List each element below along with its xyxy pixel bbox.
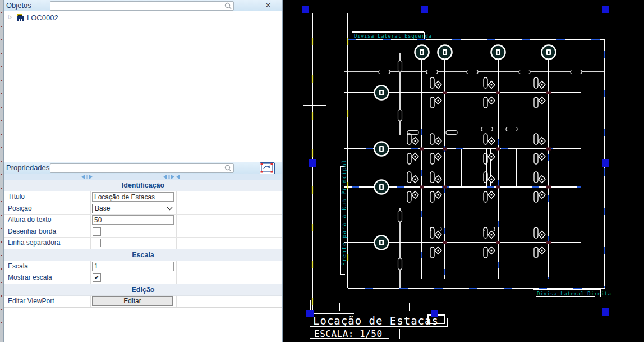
dimension-pills <box>379 61 582 270</box>
property-row-editar-viewport: Editar ViewPort Editar <box>4 296 282 308</box>
property-label: Linha separadora <box>4 238 91 249</box>
selection-handle[interactable] <box>602 308 609 316</box>
viewport-title-text: Locação de Estacas <box>313 314 439 327</box>
section-escala: Escala <box>4 249 282 261</box>
linha-separadora-checkbox[interactable] <box>93 239 101 247</box>
property-label: Altura do texto <box>4 215 91 226</box>
properties-searchbox <box>50 163 234 173</box>
viewport-scale-text: ESCALA: 1/50 <box>314 329 383 339</box>
expander-icon[interactable]: ▷ <box>8 14 12 20</box>
editar-button[interactable]: Editar <box>92 296 173 306</box>
property-label: Desenhar borda <box>4 226 91 238</box>
section-identificacao: Identificação <box>4 180 282 191</box>
property-label: Posição <box>4 203 91 215</box>
property-grid: Identificação Título Posição Base <box>4 180 282 308</box>
label-frente-rua: Frente para a Rua Principal <box>341 159 347 266</box>
dwg-file-icon <box>16 13 25 22</box>
property-label: Editar ViewPort <box>4 296 91 307</box>
dock-rail <box>0 0 4 342</box>
selection-handle[interactable] <box>302 6 309 13</box>
cad-canvas[interactable]: Divisa Lateral Esquerda Divisa Lateral D… <box>283 0 644 342</box>
splitter-arrows-left-icon[interactable] <box>81 175 97 179</box>
objects-title: Objetos <box>6 1 31 10</box>
selection-handle[interactable] <box>602 6 609 13</box>
label-divisa-esquerda: Divisa Lateral Esquerda <box>354 33 431 39</box>
titulo-input[interactable] <box>92 192 174 202</box>
cad-drawing: Divisa Lateral Esquerda Divisa Lateral D… <box>283 0 644 342</box>
search-icon <box>224 2 232 10</box>
escala-input[interactable] <box>92 262 174 271</box>
mostrar-escala-checkbox[interactable] <box>93 273 101 282</box>
objects-search-input[interactable] <box>52 2 222 10</box>
section-edicao: Edição <box>4 284 282 296</box>
tree-item-label: LOC0002 <box>27 13 58 22</box>
chevron-down-icon <box>167 207 173 211</box>
objects-header: Objetos ✕ <box>4 0 282 12</box>
property-row-linha-separadora: Linha separadora <box>4 238 282 249</box>
selection-handle[interactable] <box>306 310 314 317</box>
property-row-altura: Altura do texto <box>4 215 282 226</box>
selection-handle[interactable] <box>421 6 428 13</box>
property-row-escala: Escala <box>4 261 282 273</box>
search-icon <box>224 165 232 172</box>
property-row-posicao: Posição Base <box>4 203 282 215</box>
property-label: Título <box>4 191 91 203</box>
property-label: Mostrar escala <box>4 272 91 284</box>
viewport-tool-button[interactable] <box>260 162 275 175</box>
pile-symbols <box>407 77 551 258</box>
property-row-mostrar-escala: Mostrar escala <box>4 272 282 284</box>
property-label: Escala <box>4 261 91 272</box>
posicao-selected-value: Base <box>95 204 110 212</box>
objects-searchbox <box>50 1 234 11</box>
splitter-arrows-right-icon[interactable] <box>163 175 182 179</box>
posicao-select[interactable]: Base <box>92 204 176 213</box>
close-icon[interactable]: ✕ <box>263 1 273 11</box>
selection-handle[interactable] <box>431 310 438 317</box>
selection-handle[interactable] <box>602 159 609 167</box>
properties-search-input[interactable] <box>52 164 222 172</box>
side-panel: Objetos ✕ ▷ LOC0002 <box>4 0 282 342</box>
dock-rail-ticks <box>1 12 2 327</box>
application-window: Objetos ✕ ▷ LOC0002 <box>0 0 644 342</box>
drawing-lines <box>303 13 605 339</box>
viewport-tool-icon <box>260 163 273 173</box>
tree-item-loc0002[interactable]: ▷ LOC0002 <box>4 13 282 22</box>
property-row-titulo: Título <box>4 191 282 203</box>
altura-texto-input[interactable] <box>92 215 174 225</box>
desenhar-borda-checkbox[interactable] <box>93 227 101 236</box>
properties-title: Propriedades <box>6 163 49 172</box>
selection-handle[interactable] <box>309 159 316 167</box>
selection-blue-dashes <box>344 39 605 288</box>
property-row-desenhar-borda: Desenhar borda <box>4 226 282 238</box>
properties-header: Propriedades <box>4 162 282 175</box>
label-divisa-direita: Divisa Lateral Direita <box>537 291 611 297</box>
objects-tree: ▷ LOC0002 <box>4 11 282 162</box>
